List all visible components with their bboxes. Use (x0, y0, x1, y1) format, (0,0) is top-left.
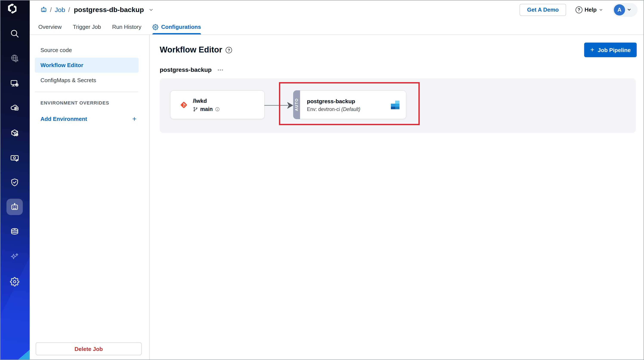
global-overview-icon[interactable] (10, 54, 19, 63)
menu-item-configmaps-secrets[interactable]: ConfigMaps & Secrets (35, 73, 138, 88)
resource-browser-icon[interactable] (10, 227, 19, 237)
menu-item-source-code[interactable]: Source code (35, 42, 138, 58)
config-side-panel: Source code Workflow Editor ConfigMaps &… (30, 35, 150, 360)
trigger-mode-tab[interactable]: AUTO (293, 90, 300, 119)
tab-overview[interactable]: Overview (38, 19, 62, 34)
tab-trigger-job[interactable]: Trigger Job (73, 19, 101, 34)
workflow-name: postgress-backup (160, 66, 212, 73)
topbar-actions: Get A Demo ? Help A (520, 0, 638, 19)
chevron-down-icon (627, 7, 632, 12)
avatar: A (614, 4, 625, 15)
branch-name: main (200, 106, 213, 112)
tab-configurations[interactable]: Configurations (152, 19, 201, 34)
topbar: / Job / postgress-db-backup Get A Demo ?… (30, 0, 644, 19)
workflow-title-row: postgress-backup ••• (160, 66, 224, 73)
tab-run-history[interactable]: Run History (112, 19, 142, 34)
plus-icon[interactable]: + (132, 115, 136, 122)
help-menu[interactable]: ? Help (576, 6, 603, 13)
panel-divider (35, 92, 138, 92)
breadcrumb-separator: / (68, 6, 70, 13)
git-icon (180, 101, 188, 109)
workflow-connector-arrow (264, 101, 294, 110)
job-robot-icon (40, 6, 47, 13)
jobs-robot-icon[interactable] (10, 203, 19, 211)
workflow-editor-header: Workflow Editor ? (160, 45, 232, 55)
devtron-logo-icon[interactable] (7, 3, 18, 14)
help-label: Help (584, 6, 597, 13)
get-a-demo-button[interactable]: Get A Demo (520, 4, 566, 16)
infrastructure-icon[interactable] (10, 103, 19, 113)
security-shield-icon[interactable] (10, 178, 19, 187)
job-node-card: postgress-backup Env: devtron-ci (Defaul… (300, 90, 406, 119)
plus-icon: + (590, 46, 594, 53)
search-icon[interactable] (10, 29, 19, 38)
sidebar-gradient-facet (0, 257, 30, 360)
primary-sidebar (0, 0, 30, 360)
breadcrumb-separator: / (50, 6, 52, 13)
page-title: Workflow Editor (160, 45, 222, 55)
delete-job-button[interactable]: Delete Job (36, 342, 142, 355)
devtron-app-window: / Job / postgress-db-backup Get A Demo ?… (0, 0, 644, 360)
add-environment-row: Add Environment + (40, 114, 136, 123)
chevron-down-icon[interactable] (148, 7, 154, 12)
source-node-title: /lwkd (193, 97, 220, 104)
resource-watcher-icon[interactable] (10, 79, 19, 88)
cost-visibility-icon[interactable] (10, 153, 19, 163)
settings-gear-icon[interactable] (10, 277, 19, 287)
breadcrumb-job-name[interactable]: postgress-db-backup (74, 6, 144, 13)
gear-icon (152, 24, 159, 30)
trigger-mode-label: AUTO (294, 98, 299, 111)
help-question-icon: ? (576, 6, 582, 13)
breadcrumb-job-link[interactable]: Job (55, 6, 65, 13)
workflow-editor-pane: Workflow Editor ? + Job Pipeline postgre… (150, 35, 644, 360)
branch-icon (193, 106, 198, 112)
environment-overrides-heading: ENVIRONMENT OVERRIDES (40, 100, 109, 105)
job-chart-icon (391, 101, 400, 109)
job-pipeline-node[interactable]: AUTO postgress-backup Env: devtron-ci (D… (293, 90, 406, 119)
workflow-canvas: /lwkd main (160, 78, 636, 133)
chevron-down-icon (599, 7, 603, 12)
job-pipeline-button[interactable]: + Job Pipeline (584, 42, 637, 57)
job-tabs: Overview Trigger Job Run History Configu… (30, 19, 644, 35)
menu-item-workflow-editor[interactable]: Workflow Editor (35, 58, 138, 73)
add-environment-link[interactable]: Add Environment (40, 115, 87, 122)
workflow-more-menu-icon[interactable]: ••• (218, 67, 224, 72)
breadcrumb: / Job / postgress-db-backup (40, 0, 154, 19)
info-icon[interactable] (215, 106, 220, 112)
ai-assistant-sparkle-icon[interactable] (10, 252, 19, 262)
help-question-icon[interactable]: ? (226, 47, 232, 53)
git-source-node[interactable]: /lwkd main (170, 90, 265, 119)
chart-store-icon[interactable] (10, 128, 19, 138)
source-node-branch-row: main (193, 106, 220, 112)
user-menu[interactable]: A (612, 3, 638, 16)
